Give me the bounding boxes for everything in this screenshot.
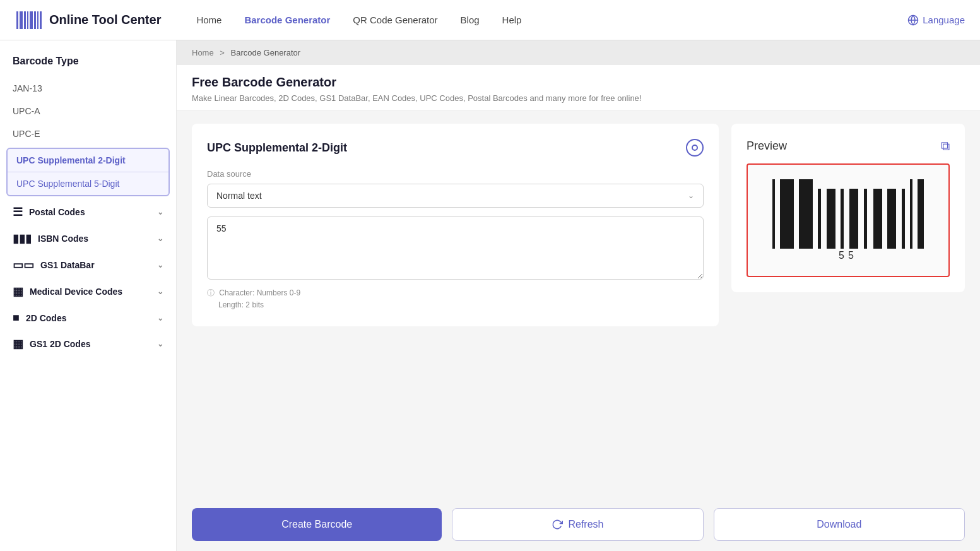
sidebar-active-group: UPC Supplemental 2-Digit UPC Supplementa… <box>6 148 170 196</box>
svg-rect-3 <box>24 11 26 29</box>
logo-text: Online Tool Center <box>49 13 161 27</box>
card-header: UPC Supplemental 2-Digit <box>207 139 704 157</box>
svg-rect-13 <box>799 179 813 249</box>
barcode-preview: 55 <box>747 163 950 277</box>
medical-icon: ▦ <box>13 285 23 299</box>
svg-rect-6 <box>34 11 36 29</box>
gs1databar-icon: ▭▭ <box>13 258 34 272</box>
page-header: Free Barcode Generator Make Linear Barco… <box>177 65 980 111</box>
sidebar-group-medical[interactable]: ▦ Medical Device Codes ⌄ <box>0 278 176 305</box>
sidebar-item-upc-supp-2[interactable]: UPC Supplemental 2-Digit <box>8 149 168 172</box>
svg-rect-2 <box>20 11 23 29</box>
svg-rect-15 <box>827 189 835 249</box>
page-title: Free Barcode Generator <box>192 75 965 90</box>
sidebar-label-upc-supp-5: UPC Supplemental 5-Digit <box>16 179 119 189</box>
sidebar-group-isbn[interactable]: ▮▮▮ ISBN Codes ⌄ <box>0 225 176 252</box>
svg-rect-11 <box>772 179 775 249</box>
bottom-buttons: Create Barcode Refresh Download <box>177 498 980 551</box>
preview-card: Preview ⧉ <box>731 124 965 292</box>
breadcrumb-current: Barcode Generator <box>231 48 301 57</box>
create-barcode-button[interactable]: Create Barcode <box>192 508 442 541</box>
isbn-codes-icon: ▮▮▮ <box>13 232 32 246</box>
card-title: UPC Supplemental 2-Digit <box>207 141 347 155</box>
cards-row: UPC Supplemental 2-Digit Data source Nor… <box>177 111 980 498</box>
data-source-label: Data source <box>207 169 704 179</box>
page-wrapper: Online Tool Center Home Barcode Generato… <box>0 0 980 551</box>
svg-rect-4 <box>27 11 28 29</box>
postal-codes-icon: ☰ <box>13 205 23 219</box>
copy-icon[interactable]: ⧉ <box>941 139 950 153</box>
svg-rect-1 <box>16 11 18 29</box>
gs1databar-chevron: ⌄ <box>157 261 163 270</box>
dropdown-arrow-icon: ⌄ <box>688 191 694 200</box>
nav-help[interactable]: Help <box>502 15 522 25</box>
sidebar-group-gs1-2d[interactable]: ▦ GS1 2D Codes ⌄ <box>0 331 176 357</box>
nav-barcode-generator[interactable]: Barcode Generator <box>244 15 330 25</box>
refresh-button[interactable]: Refresh <box>452 508 703 541</box>
svg-rect-20 <box>887 189 896 249</box>
nav-blog[interactable]: Blog <box>461 15 480 25</box>
globe-icon <box>907 15 919 26</box>
svg-rect-14 <box>818 189 821 249</box>
svg-rect-21 <box>902 189 905 249</box>
sidebar-item-upca[interactable]: UPC-A <box>0 100 176 122</box>
nav-qr-code-generator[interactable]: QR Code Generator <box>353 15 437 25</box>
svg-rect-22 <box>910 179 912 249</box>
sidebar-group-gs1databar[interactable]: ▭▭ GS1 DataBar ⌄ <box>0 252 176 278</box>
svg-rect-23 <box>918 179 924 249</box>
svg-rect-18 <box>864 189 867 249</box>
dropdown-value: Normal text <box>216 191 262 201</box>
gs1-2d-label: GS1 2D Codes <box>30 339 90 349</box>
sidebar-label-upc-supp-2: UPC Supplemental 2-Digit <box>16 155 126 165</box>
logo-area: Online Tool Center <box>15 6 161 34</box>
gs1databar-label: GS1 DataBar <box>40 260 95 270</box>
breadcrumb-home[interactable]: Home <box>192 48 214 57</box>
refresh-label: Refresh <box>568 519 603 530</box>
sidebar-title: Barcode Type <box>0 56 176 77</box>
svg-rect-12 <box>780 179 794 249</box>
postal-codes-label: Postal Codes <box>29 207 85 217</box>
breadcrumb-sep: > <box>220 48 225 57</box>
refresh-icon <box>552 519 563 530</box>
language-button[interactable]: Language <box>907 15 965 26</box>
gs1-2d-icon: ▦ <box>13 337 23 351</box>
barcode-text-input[interactable]: 55 <box>207 216 704 280</box>
nav-home[interactable]: Home <box>196 15 221 25</box>
data-source-dropdown[interactable]: Normal text ⌄ <box>207 184 704 208</box>
sidebar-item-upc-supp-5[interactable]: UPC Supplemental 5-Digit <box>8 172 168 195</box>
barcode-svg: 55 <box>766 179 930 261</box>
sidebar-group-postal[interactable]: ☰ Postal Codes ⌄ <box>0 199 176 225</box>
gs1-2d-chevron: ⌄ <box>157 340 163 348</box>
preview-title: Preview <box>747 139 787 153</box>
2d-label: 2D Codes <box>26 313 67 323</box>
language-label: Language <box>923 15 965 25</box>
hint-character: Character: Numbers 0-9 <box>219 288 300 297</box>
medical-label: Medical Device Codes <box>30 287 122 297</box>
svg-rect-19 <box>873 189 882 249</box>
barcode-image: 55 <box>766 179 930 261</box>
sidebar-group-2d[interactable]: ■ 2D Codes ⌄ <box>0 305 176 331</box>
header: Online Tool Center Home Barcode Generato… <box>0 0 980 40</box>
hint-length: Length: 2 bits <box>218 300 264 309</box>
logo-icon <box>15 6 43 34</box>
content-bg: UPC Supplemental 2-Digit Data source Nor… <box>177 111 980 551</box>
sidebar-label-upce: UPC-E <box>13 129 40 139</box>
sidebar-item-jan13[interactable]: JAN-13 <box>0 77 176 100</box>
svg-rect-7 <box>37 11 38 29</box>
main-wrapper: Barcode Type JAN-13 UPC-A UPC-E UPC Supp… <box>0 40 980 551</box>
sidebar-item-upce[interactable]: UPC-E <box>0 122 176 145</box>
page-subtitle: Make Linear Barcodes, 2D Codes, GS1 Data… <box>192 93 965 103</box>
sidebar: Barcode Type JAN-13 UPC-A UPC-E UPC Supp… <box>0 40 177 551</box>
svg-text:55: 55 <box>839 250 858 261</box>
generator-card: UPC Supplemental 2-Digit Data source Nor… <box>192 124 719 326</box>
radio-icon[interactable] <box>686 139 704 157</box>
main-nav: Home Barcode Generator QR Code Generator… <box>196 15 887 25</box>
2d-icon: ■ <box>13 311 20 324</box>
radio-icon-inner <box>692 145 698 151</box>
sidebar-label-upca: UPC-A <box>13 106 40 116</box>
breadcrumb: Home > Barcode Generator <box>177 40 980 65</box>
download-button[interactable]: Download <box>714 508 965 541</box>
svg-rect-16 <box>841 189 844 249</box>
sidebar-label-jan13: JAN-13 <box>13 83 42 93</box>
right-main: Home > Barcode Generator Free Barcode Ge… <box>177 40 980 551</box>
